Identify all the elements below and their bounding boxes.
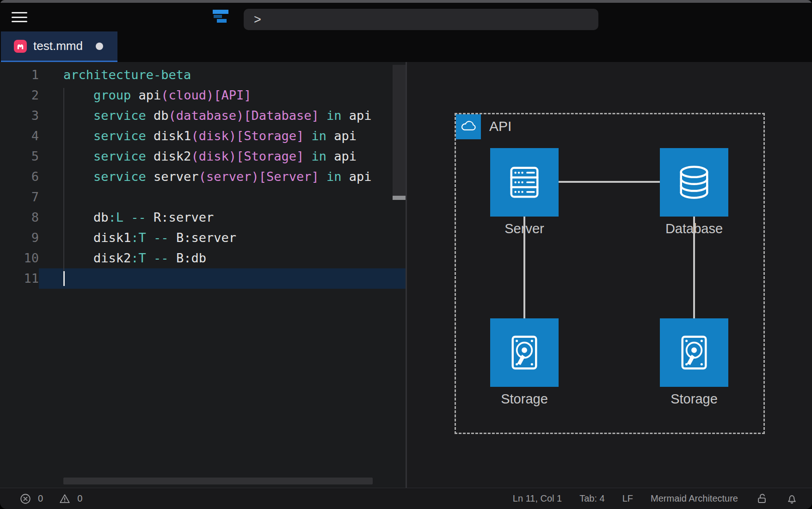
editor-horizontal-scrollbar[interactable]: [63, 478, 373, 484]
menu-button[interactable]: [12, 10, 28, 24]
label-storage-1: Storage: [474, 391, 575, 407]
code-line-4[interactable]: 4 service disk1(disk)[Storage] in api: [0, 126, 406, 146]
line-content: group api(cloud)[API]: [39, 85, 406, 106]
line-content: disk2:T -- B:db: [39, 248, 406, 268]
editor-vertical-scrollbar[interactable]: [393, 65, 406, 196]
line-content: service db(database)[Database] in api: [39, 106, 406, 126]
line-content: architecture-beta: [39, 65, 406, 85]
text-cursor: [63, 271, 65, 286]
node-disk2[interactable]: [660, 318, 728, 387]
code-line-10[interactable]: 10 disk2:T -- B:db: [0, 248, 406, 268]
error-icon: [19, 493, 31, 505]
line-number: 8: [0, 207, 39, 228]
code-line-6[interactable]: 6 service server(server)[Server] in api: [0, 167, 406, 187]
code-lines: 1architecture-beta2 group api(cloud)[API…: [0, 62, 406, 289]
cloud-icon: [456, 114, 481, 139]
disk-icon: [499, 327, 550, 378]
line-number: 1: [0, 65, 39, 85]
code-editor[interactable]: 1architecture-beta2 group api(cloud)[API…: [0, 62, 406, 488]
warning-icon: [59, 493, 71, 505]
indent-guide: [63, 88, 64, 271]
line-content: disk1:T -- B:server: [39, 228, 406, 248]
diagram-preview: API: [407, 62, 812, 488]
warning-count: 0: [77, 493, 82, 504]
code-line-7[interactable]: 7: [0, 187, 406, 207]
line-content: db:L -- R:server: [39, 207, 406, 228]
group-api-label: API: [489, 118, 511, 134]
line-content: [39, 268, 406, 289]
label-server: Server: [474, 221, 575, 236]
problems-errors[interactable]: 0: [19, 493, 43, 505]
bell-icon: [786, 492, 798, 505]
code-line-8[interactable]: 8 db:L -- R:server: [0, 207, 406, 228]
server-icon: [499, 157, 550, 208]
line-number: 6: [0, 167, 39, 187]
unlock-button[interactable]: [756, 492, 768, 505]
node-disk1[interactable]: [490, 318, 559, 387]
node-database[interactable]: [660, 148, 728, 217]
line-content: [39, 187, 406, 207]
line-content: service disk2(disk)[Storage] in api: [39, 146, 406, 167]
line-number: 4: [0, 126, 39, 146]
unsaved-changes-dot: [96, 43, 103, 50]
language-mode[interactable]: Mermaid Architecture: [651, 493, 738, 504]
error-count: 0: [38, 493, 43, 504]
tab-size[interactable]: Tab: 4: [579, 493, 604, 504]
tab-test-mmd[interactable]: test.mmd: [1, 31, 117, 62]
line-number: 5: [0, 146, 39, 167]
notifications-button[interactable]: [786, 492, 798, 505]
node-server[interactable]: [490, 148, 559, 217]
code-line-9[interactable]: 9 disk1:T -- B:server: [0, 228, 406, 248]
problems-warnings[interactable]: 0: [59, 493, 82, 505]
code-line-5[interactable]: 5 service disk2(disk)[Storage] in api: [0, 146, 406, 167]
line-number: 7: [0, 187, 39, 207]
code-line-2[interactable]: 2 group api(cloud)[API]: [0, 85, 406, 106]
line-content: service disk1(disk)[Storage] in api: [39, 126, 406, 146]
code-line-3[interactable]: 3 service db(database)[Database] in api: [0, 106, 406, 126]
database-icon: [669, 157, 720, 208]
status-bar: 0 0 Ln 11, Col 1 Tab: 4 LF Mermaid Archi…: [0, 488, 812, 509]
command-prompt-chevron: >: [254, 12, 261, 27]
edge-db-server: [559, 181, 660, 183]
line-number: 9: [0, 228, 39, 248]
code-line-1[interactable]: 1architecture-beta: [0, 65, 406, 85]
unlock-icon: [756, 492, 768, 505]
line-content: service server(server)[Server] in api: [39, 167, 406, 187]
label-storage-2: Storage: [643, 391, 745, 407]
line-number: 3: [0, 106, 39, 126]
main-split: 1architecture-beta2 group api(cloud)[API…: [0, 62, 812, 488]
line-number: 11: [0, 268, 39, 289]
mermaid-file-icon: [14, 40, 27, 53]
cursor-position[interactable]: Ln 11, Col 1: [513, 493, 562, 504]
tab-filename: test.mmd: [33, 39, 83, 53]
overview-ruler-cursor-marker: [393, 196, 406, 200]
app-window: > test.mmd: [0, 0, 812, 509]
code-line-11[interactable]: 11: [0, 268, 406, 289]
header: >: [0, 3, 812, 31]
disk-icon: [669, 327, 720, 378]
command-input[interactable]: >: [244, 9, 598, 30]
tab-bar: test.mmd: [0, 31, 812, 62]
label-database: Database: [643, 221, 745, 236]
mermaid-chart-logo-icon: [213, 10, 229, 25]
eol-indicator[interactable]: LF: [622, 493, 633, 504]
line-number: 10: [0, 248, 39, 268]
line-number: 2: [0, 85, 39, 106]
